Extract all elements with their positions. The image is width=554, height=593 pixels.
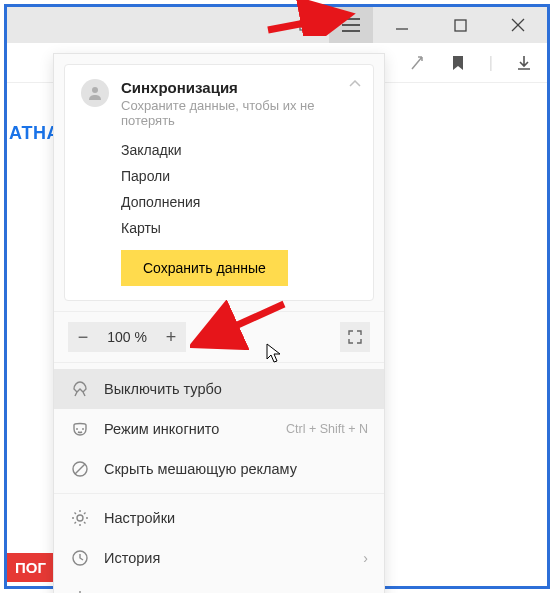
sync-save-button[interactable]: Сохранить данные xyxy=(121,250,288,286)
bg-badge: ПОГ xyxy=(7,553,54,582)
collapse-button[interactable] xyxy=(349,77,361,91)
separator xyxy=(54,493,384,494)
menu-item-settings[interactable]: Настройки xyxy=(54,498,384,538)
chevron-right-icon: › xyxy=(363,550,368,566)
fullscreen-icon xyxy=(348,330,362,344)
avatar xyxy=(81,79,109,107)
zoom-level: 100 % xyxy=(98,322,156,352)
menu-item-turbo[interactable]: Выключить турбо xyxy=(54,369,384,409)
main-menu-dropdown: Синхронизация Сохраните данные, чтобы их… xyxy=(53,53,385,593)
svg-rect-1 xyxy=(303,19,313,28)
download-icon xyxy=(70,589,90,593)
sync-links: Закладки Пароли Дополнения Карты xyxy=(121,142,357,236)
gear-icon xyxy=(70,509,90,527)
history-icon xyxy=(70,549,90,567)
maximize-button[interactable] xyxy=(431,7,489,43)
maximize-icon xyxy=(454,19,467,32)
background-content: АТНА xyxy=(7,83,53,144)
menu-item-label: История xyxy=(104,550,160,566)
sync-title: Синхронизация xyxy=(121,79,357,96)
shortcut: Ctrl + Shift + N xyxy=(286,422,368,436)
zoom-in-button[interactable]: + xyxy=(156,322,186,352)
close-icon xyxy=(511,18,525,32)
menu-item-label: Режим инкогнито xyxy=(104,421,219,437)
new-window-button[interactable] xyxy=(285,7,329,43)
menu-item-downloads[interactable]: Загрузки Ctrl + J xyxy=(54,578,384,593)
menu-item-label: Выключить турбо xyxy=(104,381,222,397)
minimize-button[interactable] xyxy=(373,7,431,43)
svg-rect-0 xyxy=(300,21,310,30)
bookmark-icon[interactable] xyxy=(449,54,467,72)
person-icon xyxy=(87,85,103,101)
svg-line-8 xyxy=(75,464,85,474)
toolbar-separator: | xyxy=(489,54,493,72)
svg-point-9 xyxy=(77,515,83,521)
fullscreen-button[interactable] xyxy=(340,322,370,352)
downloads-icon[interactable] xyxy=(515,54,533,72)
minimize-icon xyxy=(395,18,409,32)
sync-subtitle: Сохраните данные, чтобы их не потерять xyxy=(121,98,357,128)
sync-card: Синхронизация Сохраните данные, чтобы их… xyxy=(64,64,374,301)
svg-point-6 xyxy=(92,87,98,93)
security-icon[interactable] xyxy=(409,54,427,72)
bg-text: АТНА xyxy=(7,83,53,144)
block-icon xyxy=(70,460,90,478)
hamburger-icon xyxy=(342,18,360,32)
menu-item-incognito[interactable]: Режим инкогнито Ctrl + Shift + N xyxy=(54,409,384,449)
close-button[interactable] xyxy=(489,7,547,43)
menu-item-label: Скрыть мешающую рекламу xyxy=(104,461,297,477)
window-titlebar xyxy=(7,7,547,43)
new-window-icon xyxy=(299,18,315,32)
chevron-up-icon xyxy=(349,80,361,88)
menu-item-hide-ads[interactable]: Скрыть мешающую рекламу xyxy=(54,449,384,489)
rocket-icon xyxy=(70,380,90,398)
sync-link-bookmarks[interactable]: Закладки xyxy=(121,142,357,158)
zoom-controls: − 100 % + xyxy=(54,311,384,363)
sync-link-passwords[interactable]: Пароли xyxy=(121,168,357,184)
mask-icon xyxy=(70,420,90,438)
zoom-out-button[interactable]: − xyxy=(68,322,98,352)
svg-rect-3 xyxy=(455,20,466,31)
menu-item-label: Настройки xyxy=(104,510,175,526)
sync-link-cards[interactable]: Карты xyxy=(121,220,357,236)
menu-item-history[interactable]: История › xyxy=(54,538,384,578)
sync-link-addons[interactable]: Дополнения xyxy=(121,194,357,210)
main-menu-button[interactable] xyxy=(329,7,373,43)
